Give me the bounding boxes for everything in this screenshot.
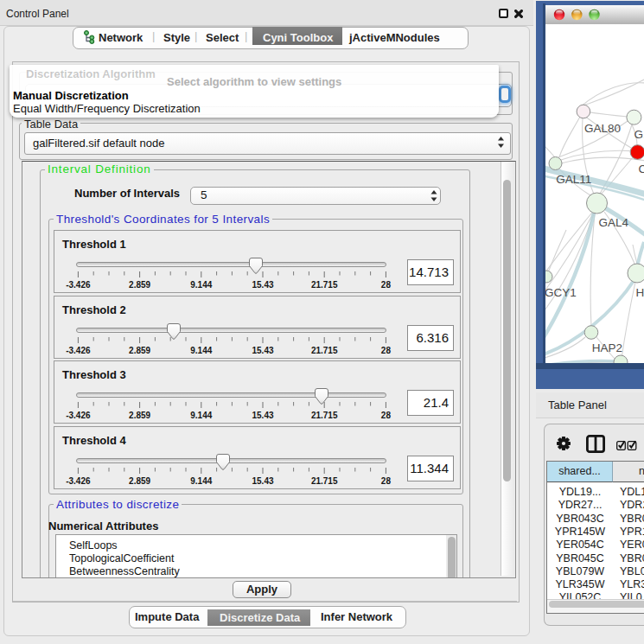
- svg-text:C: C: [639, 163, 644, 175]
- svg-text:GAL4: GAL4: [599, 216, 629, 229]
- svg-text:GCY1: GCY1: [545, 286, 577, 299]
- svg-text:GAL80: GAL80: [584, 122, 621, 135]
- svg-text:HAP2: HAP2: [592, 341, 622, 354]
- svg-text:G.: G.: [634, 128, 644, 141]
- svg-text:GAL11: GAL11: [556, 173, 591, 186]
- svg-text:H: H: [636, 286, 644, 299]
